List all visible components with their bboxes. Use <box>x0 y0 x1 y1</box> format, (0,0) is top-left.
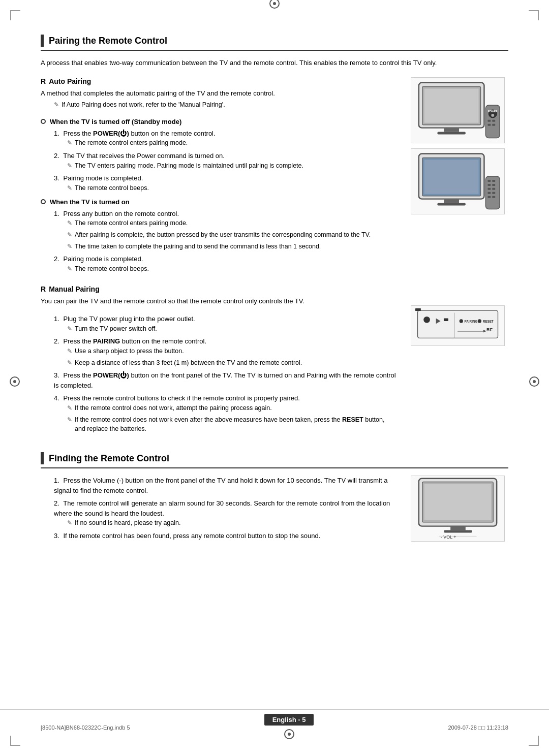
svg-point-1 <box>273 2 276 5</box>
svg-rect-31 <box>487 192 491 194</box>
manual-pairing-content: R Manual Pairing You can pair the TV and… <box>41 285 396 437</box>
corner-mark-tr <box>529 10 539 20</box>
corner-mark-tl <box>10 10 20 20</box>
svg-rect-37 <box>415 308 421 311</box>
manual-step-1: 1. Plug the TV power plug into the power… <box>54 314 396 333</box>
auto-pairing-content: R Auto Pairing A method that completes t… <box>41 77 396 277</box>
svg-rect-17 <box>487 123 491 125</box>
standby-heading-text: When the TV is turned off (Standby mode) <box>50 118 181 125</box>
manual-step-2: 2. Press the PAIRING button on the remot… <box>54 336 396 367</box>
manual-pairing-r-section: R Manual Pairing You can pair the TV and… <box>41 285 396 306</box>
step-num: 3. <box>54 174 59 182</box>
on-heading-text: When the TV is turned on <box>50 198 130 206</box>
heading-bar <box>41 35 44 47</box>
manual-pairing-title-row: R Manual Pairing <box>41 285 396 293</box>
svg-point-3 <box>13 380 16 383</box>
svg-rect-27 <box>487 183 491 185</box>
finding-images: - VOL + <box>407 476 508 544</box>
svg-text:POWER: POWER <box>487 110 497 112</box>
heading-bar-2 <box>41 452 44 464</box>
side-icon-right <box>529 376 540 390</box>
svg-rect-8 <box>424 88 478 122</box>
step-note-2: ✎ If the remote control does not work ev… <box>67 415 396 434</box>
manual-step-3: 3. Press the POWER(⏻) button on the fron… <box>54 370 396 390</box>
svg-rect-10 <box>437 132 465 134</box>
finding-title: Finding the Remote Control <box>49 453 169 464</box>
tv-remote-illus-2 <box>411 148 505 214</box>
standby-heading: When the TV is turned off (Standby mode) <box>41 118 396 125</box>
step-note: ✎ The remote control enters pairing mode… <box>67 138 396 148</box>
svg-text:PAIRING: PAIRING <box>464 320 477 323</box>
manual-step-4: 4. Press the remote control buttons to c… <box>54 393 396 434</box>
svg-rect-32 <box>492 192 495 194</box>
bottom-icon <box>284 729 295 741</box>
finding-step-1: 1. Press the Volume (-) button on the fr… <box>54 476 396 495</box>
svg-rect-21 <box>424 160 478 194</box>
rf-panel-illus: PAIRING RESET RF <box>411 305 505 346</box>
svg-rect-23 <box>437 203 465 205</box>
svg-rect-30 <box>492 187 495 190</box>
auto-pairing-r-section: R Auto Pairing A method that completes t… <box>41 77 396 110</box>
step-note: ✎ If no sound is heard, please try again… <box>67 518 396 528</box>
page-footer: [8500-NA]BN68-02322C-Eng.indb 5 English … <box>0 709 549 741</box>
step-num: 1. <box>54 210 59 217</box>
on-steps: 1. Press any button on the remote contro… <box>54 209 396 274</box>
standby-steps: 1. Press the POWER(⏻) button on the remo… <box>54 129 396 193</box>
svg-text:RF: RF <box>486 327 493 332</box>
main-content: Pairing the Remote Control A process tha… <box>0 14 549 574</box>
tv-remote-illus-1: POWER <box>411 77 505 143</box>
on-heading: When the TV is turned on <box>41 198 396 206</box>
svg-rect-50 <box>424 484 491 520</box>
finding-step-2: 2. The remote control will generate an a… <box>54 498 396 528</box>
pairing-title: Pairing the Remote Control <box>49 36 167 46</box>
svg-rect-22 <box>444 199 459 203</box>
finding-steps: 1. Press the Volume (-) button on the fr… <box>54 476 396 541</box>
step-note: ✎ The remote control beeps. <box>67 264 396 274</box>
page: Pairing the Remote Control A process tha… <box>0 0 549 756</box>
svg-point-56 <box>288 733 291 736</box>
svg-rect-39 <box>443 319 448 321</box>
step-text: Pairing mode is completed. <box>63 174 143 182</box>
footer-center: English - 5 <box>264 714 314 741</box>
svg-rect-9 <box>444 128 459 132</box>
bold-power: POWER(⏻) <box>93 130 129 137</box>
finding-section-heading: Finding the Remote Control <box>41 452 508 468</box>
auto-pairing-section: R Auto Pairing A method that completes t… <box>41 77 508 277</box>
manual-pairing-desc: You can pair the TV and the remote contr… <box>41 296 396 306</box>
svg-point-5 <box>533 380 536 383</box>
standby-step-2: 2. The TV that receives the Power comman… <box>54 151 396 170</box>
standby-step-1: 1. Press the POWER(⏻) button on the remo… <box>54 129 396 148</box>
svg-rect-34 <box>492 196 495 198</box>
svg-point-43 <box>477 319 481 323</box>
circle-dot <box>41 119 46 124</box>
on-step-1: 1. Press any button on the remote contro… <box>54 209 396 251</box>
standby-step-3: 3. Pairing mode is completed. ✎ The remo… <box>54 173 396 193</box>
finding-content: 1. Press the Volume (-) button on the fr… <box>41 476 508 544</box>
pairing-section-heading: Pairing the Remote Control <box>41 35 508 51</box>
step-note: ✎ Turn the TV power switch off. <box>67 324 396 334</box>
svg-point-36 <box>423 317 430 323</box>
step-note: ✎ The TV enters pairing mode. Pairing mo… <box>67 161 396 171</box>
manual-pairing-images: PAIRING RESET RF <box>407 285 508 437</box>
step-num: 1. <box>54 130 59 137</box>
tv-remote-svg-1: POWER <box>411 77 504 143</box>
finding-step-3: 3. If the remote control has been found,… <box>54 531 396 541</box>
manual-steps: 1. Plug the TV power plug into the power… <box>54 314 396 434</box>
step-note-1: ✎ Use a sharp object to press the button… <box>67 346 396 356</box>
step-text: Press any button on the remote control. <box>63 210 179 217</box>
step-note-2: ✎ After pairing is complete, the button … <box>67 230 396 240</box>
step-note-3: ✎ The time taken to complete the pairing… <box>67 242 396 251</box>
manual-pairing-section: R Manual Pairing You can pair the TV and… <box>41 285 508 437</box>
note-icon: ✎ <box>54 100 59 109</box>
step-note: ✎ The remote control beeps. <box>67 183 396 193</box>
svg-text:RESET: RESET <box>482 320 493 323</box>
step-text: The TV that receives the Power command i… <box>63 152 225 160</box>
svg-point-14 <box>491 113 494 116</box>
svg-rect-16 <box>492 119 495 121</box>
step-note-2: ✎ Keep a distance of less than 3 feet (1… <box>67 358 396 368</box>
svg-text:- VOL +: - VOL + <box>440 534 456 540</box>
manual-pairing-title-text: Manual Pairing <box>49 285 100 293</box>
auto-pairing-r-label: R <box>41 77 46 85</box>
auto-pairing-title-row: R Auto Pairing <box>41 77 396 85</box>
on-step-2: 2. Pairing mode is completed. ✎ The remo… <box>54 254 396 273</box>
